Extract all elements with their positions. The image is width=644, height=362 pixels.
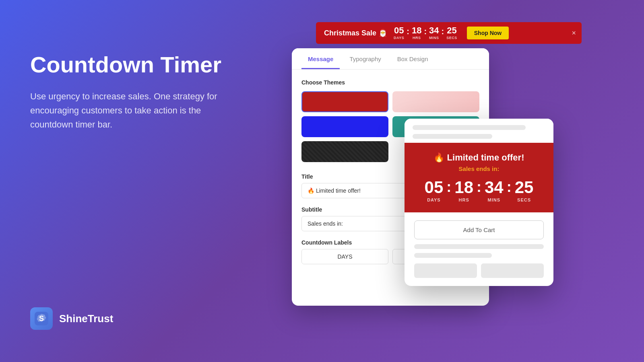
- preview-days-number: 05: [425, 179, 444, 196]
- banner-colon-2: :: [424, 27, 427, 36]
- banner-days-unit: 05 DAYS: [394, 26, 404, 40]
- banner-timer: 05 DAYS : 18 HRS : 34 MINS : 25 SECS: [394, 26, 457, 40]
- shop-now-button[interactable]: Shop Now: [467, 27, 509, 39]
- preview-mins-number: 34: [485, 179, 504, 196]
- banner-hrs-label: HRS: [413, 36, 421, 40]
- banner-mins-unit: 34 MINS: [429, 26, 439, 40]
- preview-days-unit: 05 DAYS: [425, 179, 444, 202]
- skeleton-line-1: [413, 125, 526, 130]
- logo-name: ShineTrust: [59, 313, 113, 325]
- choose-themes-label: Choose Themes: [301, 79, 479, 86]
- banner-colon-1: :: [407, 27, 409, 36]
- theme-pink[interactable]: [392, 91, 479, 112]
- preview-mins-label: MINS: [488, 197, 501, 202]
- banner-bar: Christmas Sale 🎅 05 DAYS : 18 HRS : 34 M…: [316, 22, 582, 44]
- tab-message[interactable]: Message: [301, 48, 340, 69]
- banner-secs-label: SECS: [446, 36, 457, 40]
- banner-days-label: DAYS: [394, 36, 404, 40]
- preview-colon-3: :: [507, 179, 512, 195]
- banner-mins-label: MINS: [429, 36, 439, 40]
- preview-hrs-label: HRS: [459, 197, 469, 202]
- tab-box-design[interactable]: Box Design: [391, 48, 435, 69]
- banner-title: Christmas Sale 🎅: [324, 29, 387, 37]
- preview-colon-1: :: [446, 179, 451, 195]
- preview-header: 🔥 Limited time offer! Sales ends in: 05 …: [405, 143, 553, 212]
- theme-blue[interactable]: [301, 116, 388, 137]
- preview-footer-btn-2: [481, 263, 544, 278]
- banner-hrs-unit: 18 HRS: [412, 26, 421, 40]
- banner-secs-number: 25: [447, 26, 456, 35]
- preview-body: Add To Cart: [405, 212, 553, 286]
- editor-tabs: Message Typography Box Design: [292, 48, 489, 70]
- banner-hrs-number: 18: [412, 26, 421, 35]
- preview-card: 🔥 Limited time offer! Sales ends in: 05 …: [405, 119, 553, 286]
- preview-hrs-number: 18: [454, 179, 473, 196]
- add-to-cart-button[interactable]: Add To Cart: [414, 220, 544, 239]
- preview-secs-unit: 25 SECS: [515, 179, 534, 202]
- banner-mins-number: 34: [429, 26, 439, 35]
- theme-dark[interactable]: [301, 141, 388, 162]
- banner-close-icon[interactable]: ×: [572, 29, 576, 37]
- banner-colon-3: :: [442, 27, 444, 36]
- top-banner: Christmas Sale 🎅 05 DAYS : 18 HRS : 34 M…: [254, 22, 644, 44]
- preview-footer-buttons: [414, 263, 544, 278]
- preview-mins-unit: 34 MINS: [485, 179, 504, 202]
- theme-red[interactable]: [301, 91, 388, 112]
- preview-main-title: 🔥 Limited time offer!: [414, 152, 544, 163]
- preview-days-label: DAYS: [427, 197, 441, 202]
- preview-secs-label: SECS: [517, 197, 531, 202]
- logo-icon: S: [30, 307, 53, 330]
- days-label-input[interactable]: [301, 249, 388, 264]
- skeleton-line-2: [413, 134, 492, 139]
- preview-skeleton-2: [414, 253, 492, 258]
- preview-skeleton-1: [414, 244, 544, 249]
- preview-hrs-unit: 18 HRS: [454, 179, 473, 202]
- page-title: Countdown Timer: [30, 52, 264, 77]
- preview-footer-btn-1: [414, 263, 477, 278]
- preview-subtitle: Sales ends in:: [414, 165, 544, 172]
- banner-days-number: 05: [394, 26, 404, 35]
- logo-area: S ShineTrust: [30, 307, 113, 330]
- tab-typography[interactable]: Typography: [343, 48, 387, 69]
- preview-colon-2: :: [477, 179, 481, 195]
- preview-timer: 05 DAYS : 18 HRS : 34 MINS : 25 SECS: [414, 179, 544, 203]
- svg-text:S: S: [39, 315, 44, 323]
- page-description: Use urgency to increase sales. One strat…: [30, 89, 231, 132]
- preview-secs-number: 25: [515, 179, 534, 196]
- banner-secs-unit: 25 SECS: [446, 26, 457, 40]
